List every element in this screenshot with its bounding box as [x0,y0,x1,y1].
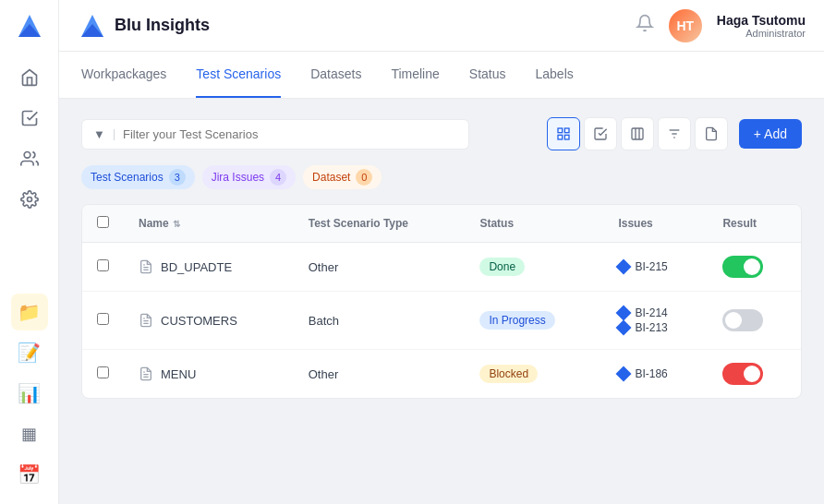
sidebar-item-calendar[interactable]: 📅 [11,456,48,493]
tag-test-scenarios[interactable]: Test Scenarios 3 [81,165,195,189]
row1-type: Other [294,243,466,292]
sidebar-item-grid[interactable]: ▦ [11,415,48,452]
avatar-initials: HT [676,18,694,33]
row3-checkbox-cell [82,350,124,399]
tab-workpackages[interactable]: Workpackages [81,52,166,98]
tab-timeline[interactable]: Timeline [391,52,439,98]
blu-logo-icon [15,11,44,41]
svg-point-3 [27,198,31,202]
row2-issue-1: BI-214 [618,306,693,319]
row1-issue-1: BI-215 [618,260,693,273]
row3-type: Other [294,350,466,399]
svg-rect-8 [558,135,563,139]
row3-status-badge: Blocked [479,365,538,383]
tag-jira-issues-count: 4 [270,169,286,186]
filter-bar[interactable]: ▼ | [81,119,469,150]
filter-tags: Test Scenarios 3 Jira Issues 4 Dataset 0 [81,165,802,189]
app-logo: Blu Insights [78,11,210,41]
sidebar-item-check[interactable] [11,100,48,137]
notifications-icon[interactable] [636,14,654,37]
row2-name-cell: CUSTOMERS [124,292,294,350]
scenarios-table: Name ⇅ Test Scenario Type Status Issues … [82,205,801,398]
app-name: Blu Insights [115,16,210,35]
svg-rect-7 [564,128,569,133]
data-table: Name ⇅ Test Scenario Type Status Issues … [81,204,802,399]
tag-test-scenarios-count: 3 [169,169,186,186]
sort-icon: ⇅ [173,219,180,229]
row2-checkbox-cell [82,292,124,350]
row3-name-cell: MENU [124,350,294,399]
table-row: BD_UPADTE Other Done BI-215 [82,243,801,292]
doc-icon [139,313,153,328]
row1-issues: BI-215 [603,243,708,292]
row3-result-toggle[interactable] [722,363,763,385]
export-button[interactable] [695,117,728,150]
sidebar: 📁 📝 📊 ▦ 📅 [0,0,59,504]
sidebar-item-chart[interactable]: 📊 [11,375,48,412]
row1-name-cell: BD_UPADTE [124,243,294,292]
row3-name: MENU [161,367,196,381]
avatar[interactable]: HT [669,9,702,42]
row1-status-badge: Done [479,258,525,276]
view-check-button[interactable] [584,117,617,150]
tag-test-scenarios-label: Test Scenarios [91,171,164,184]
row2-issue-2-label: BI-213 [635,321,667,334]
sidebar-item-users[interactable] [11,140,48,177]
table-row: CUSTOMERS Batch In Progress BI-214 [82,292,801,350]
top-header: Blu Insights HT Haga Tsutomu Administrat… [59,0,824,52]
header-checkbox-cell [82,205,124,243]
row1-name: BD_UPADTE [161,260,232,274]
sidebar-item-note[interactable]: 📝 [11,334,48,371]
toolbar: ▼ | [81,117,802,150]
svg-point-2 [24,152,30,159]
tag-dataset[interactable]: Dataset 0 [303,165,382,189]
row1-result [708,243,801,292]
logo-area [7,11,52,41]
user-name: Haga Tsutomu [717,13,806,28]
row1-result-toggle[interactable] [722,256,763,278]
row2-result-toggle[interactable] [722,309,763,331]
row1-checkbox[interactable] [97,259,109,271]
row3-issue-1: BI-186 [618,367,693,380]
sidebar-item-home[interactable] [11,59,48,96]
issue-diamond-icon [616,259,632,275]
row3-checkbox[interactable] [97,366,109,378]
row1-status: Done [465,243,603,292]
tab-status[interactable]: Status [469,52,506,98]
sidebar-item-settings[interactable] [11,181,48,218]
row2-status-badge: In Progress [479,311,554,330]
row2-issues: BI-214 BI-213 [603,292,708,350]
issue-diamond-icon [616,306,632,321]
row3-issue-1-label: BI-186 [635,367,667,380]
row2-status: In Progress [465,292,603,350]
view-grid-button[interactable] [547,117,580,150]
row2-issue-1-label: BI-214 [635,306,667,319]
header-status: Status [465,205,603,243]
sidebar-item-folder[interactable]: 📁 [11,294,48,330]
tab-datasets[interactable]: Datasets [310,52,361,98]
row3-result [708,350,801,399]
header-result: Result [708,205,801,243]
select-all-checkbox[interactable] [97,216,109,228]
issue-diamond-icon [616,320,632,336]
filter-input[interactable] [123,127,457,141]
svg-rect-6 [558,128,563,133]
tag-dataset-count: 0 [356,169,372,186]
row2-result [708,292,801,350]
row1-checkbox-cell [82,243,124,292]
tag-dataset-label: Dataset [312,171,350,184]
tab-labels[interactable]: Labels [536,52,574,98]
view-columns-button[interactable] [621,117,654,150]
header-name: Name ⇅ [124,205,294,243]
toolbar-icons [547,117,728,150]
tag-jira-issues[interactable]: Jira Issues 4 [202,165,296,189]
row2-checkbox[interactable] [97,313,109,325]
doc-icon [139,259,153,274]
filter-options-button[interactable] [658,117,691,150]
svg-rect-9 [564,135,569,139]
tab-bar: Workpackages Test Scenarios Datasets Tim… [59,52,824,99]
add-button[interactable]: + Add [739,119,802,149]
tab-test-scenarios[interactable]: Test Scenarios [196,52,281,98]
header-issues: Issues [603,205,708,243]
svg-rect-10 [632,128,643,139]
